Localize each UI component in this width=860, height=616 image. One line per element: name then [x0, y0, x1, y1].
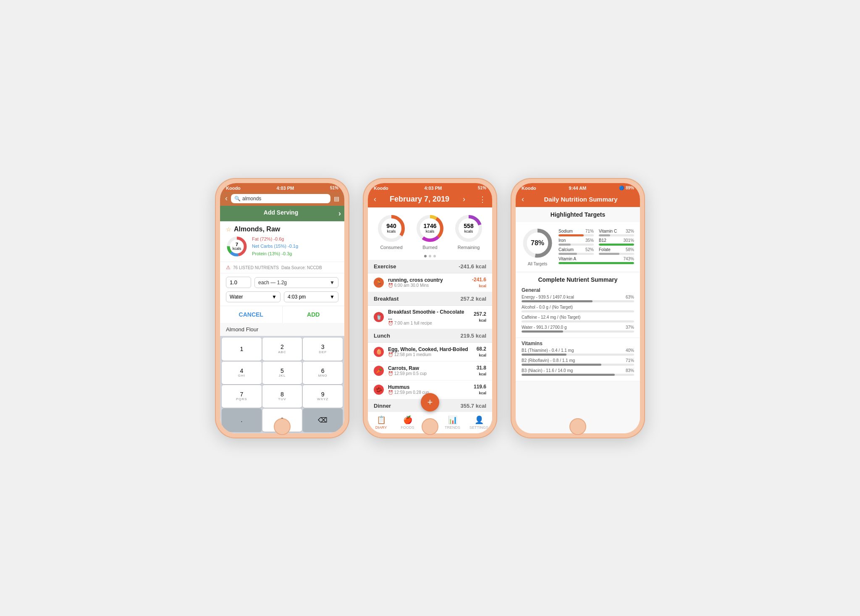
diary-item-egg[interactable]: 🥚 Egg, Whole, Cooked, Hard-Boiled ⏰ 12:5… [368, 343, 492, 362]
carrier-3: Koodo [522, 186, 536, 191]
diary-tab-icon: 📋 [377, 415, 386, 425]
food-icon-hummus: 🫘 [374, 385, 384, 395]
phone-2: Koodo 4:03 PM 51% ‹ February 7, 2019 › ⋮ [363, 178, 497, 438]
key-dot[interactable]: . [222, 409, 262, 431]
trends-tab-label: TRENDS [445, 425, 460, 430]
overall-donut: 78% [522, 227, 553, 259]
exercise-icon: 🏃 [374, 278, 384, 288]
food-icon-carrots: 🥕 [374, 366, 384, 376]
nutrient-b1: B1 (Thiamine) - 0.4 / 1.1 mg 40% [522, 348, 634, 356]
target-iron: Iron35% [558, 238, 594, 246]
action-row: CANCEL ADD [220, 306, 344, 323]
warning-icon: ⚠ [226, 265, 231, 270]
section-exercise: Exercise -241.6 kcal [368, 260, 492, 273]
key-7[interactable]: 7PQRS [222, 385, 262, 408]
target-sodium: Sodium71% [558, 229, 594, 236]
key-9[interactable]: 9WXYZ [303, 385, 343, 408]
key-6[interactable]: 6MNO [303, 362, 343, 384]
tab-foods[interactable]: 🍎 FOODS [394, 415, 421, 430]
target-b12: B12301% [599, 238, 634, 246]
settings-tab-icon: 👤 [475, 415, 484, 425]
add-entry-fab[interactable]: + [421, 393, 439, 412]
current-date: February 7, 2019 [390, 195, 449, 204]
foods-tab-label: FOODS [401, 425, 414, 430]
data-source: Data Source: NCCDB [281, 265, 322, 270]
key-delete[interactable]: ⌫ [303, 409, 343, 431]
battery-2: 51% [478, 186, 486, 190]
more-options-button[interactable]: ⋮ [479, 195, 486, 204]
nutrient-water: Water - 991.3 / 2700.0 g 37% [522, 325, 634, 333]
battery-3: 🔵 89% [619, 186, 634, 190]
food-name: Almonds, Raw [234, 225, 280, 233]
macro-donut: 7 kcals [226, 236, 248, 257]
diary-item-smoothie[interactable]: 🥤 Breakfast Smoothie - Chocolate ... ⏰ 7… [368, 306, 492, 329]
nutrients-label: 76 LISTED NUTRIENTS [233, 265, 279, 270]
home-button-1[interactable] [274, 418, 291, 435]
star-icon[interactable]: ☆ [226, 226, 231, 233]
key-2[interactable]: 2ABC [262, 338, 302, 360]
target-calcium: Calcium52% [558, 247, 594, 255]
diary-item-carrots[interactable]: 🥕 Carrots, Raw ⏰ 12:59 pm 0.5 cup 31.8kc… [368, 362, 492, 380]
add-button[interactable]: ADD [283, 306, 345, 323]
nutrient-b3: B3 (Niacin) - 11.6 / 14.0 mg 83% [522, 368, 634, 376]
food-icon-smoothie: 🥤 [374, 312, 384, 322]
nutrition-header: ‹ Daily Nutrition Summary [516, 191, 640, 207]
almond-flour-hint: Almond Flour [220, 323, 344, 336]
scene: Koodo 4:03 PM 51% ‹ 🔍 almonds ▤ Add Serv… [198, 161, 662, 455]
diary-header: ‹ February 7, 2019 › ⋮ [368, 191, 492, 207]
foods-tab-icon: 🍎 [403, 415, 412, 425]
tab-trends[interactable]: 📊 TRENDS [439, 415, 466, 430]
nutrition-title: Daily Nutrition Summary [527, 196, 634, 203]
key-4[interactable]: 4GHI [222, 362, 262, 384]
carrier-1: Koodo [226, 186, 241, 191]
target-vita: Vitamin A743% [558, 257, 634, 264]
meal-row: Water ▼ 4:03 pm ▼ [220, 291, 344, 306]
key-1[interactable]: 1 [222, 338, 262, 360]
highlighted-targets-title: Highlighted Targets [516, 207, 640, 220]
cancel-button[interactable]: CANCEL [220, 306, 283, 323]
time-3: 9:44 AM [569, 186, 587, 191]
settings-tab-label: SETTINGS [469, 425, 488, 430]
food-icon-egg: 🥚 [374, 347, 384, 357]
home-button-3[interactable] [569, 418, 586, 435]
trends-tab-icon: 📊 [448, 415, 457, 425]
key-3[interactable]: 3DEF [303, 338, 343, 360]
nutrient-caffeine: Caffeine - 12.4 mg / (No Target) [522, 315, 634, 322]
add-serving-banner: Add Serving › [220, 206, 344, 221]
status-bar-1: Koodo 4:03 PM 51% [220, 183, 344, 191]
category-general: General Energy - 939.5 / 1497.0 kcal 63%… [516, 285, 640, 338]
dot-2 [429, 255, 431, 257]
quantity-row: each — 1.2g ▼ [220, 273, 344, 291]
tab-settings[interactable]: 👤 SETTINGS [466, 415, 492, 430]
battery-1: 51% [330, 186, 338, 190]
search-bar[interactable]: 🔍 almonds [231, 194, 330, 203]
quantity-input[interactable] [226, 277, 251, 288]
barcode-icon[interactable]: ▤ [334, 195, 339, 202]
highlighted-targets-block: 78% All Targets Sodium71% Vit [516, 222, 640, 271]
unit-select[interactable]: each — 1.2g ▼ [254, 277, 338, 288]
prev-date-button[interactable]: ‹ [374, 195, 376, 204]
targets-grid: Sodium71% Vitamin C32% Iron35% [558, 229, 634, 264]
key-8[interactable]: 8TUV [262, 385, 302, 408]
all-targets-label: All Targets [522, 262, 553, 266]
diary-tab-label: DIARY [375, 425, 387, 430]
key-5[interactable]: 5JKL [262, 362, 302, 384]
back-button-3[interactable]: ‹ [522, 195, 524, 204]
meal-select[interactable]: Water ▼ [226, 291, 281, 302]
nutrient-energy: Energy - 939.5 / 1497.0 kcal 63% [522, 295, 634, 302]
time-1: 4:03 PM [277, 186, 294, 191]
home-button-2[interactable] [422, 418, 438, 435]
search-icon: 🔍 [234, 196, 241, 202]
back-button-1[interactable]: ‹ [225, 194, 228, 203]
burned-ring: 1746 kcals Burned [415, 213, 445, 250]
target-vitc: Vitamin C32% [599, 229, 634, 236]
section-lunch: Lunch 219.5 kcal [368, 329, 492, 343]
category-vitamins: Vitamins B1 (Thiamine) - 0.4 / 1.1 mg 40… [516, 338, 640, 381]
next-date-button[interactable]: › [463, 195, 465, 204]
carrier-2: Koodo [374, 186, 388, 191]
diary-item-running[interactable]: 🏃 running, cross country ⏰ 6:00 am 30.0 … [368, 273, 492, 292]
dot-3 [433, 255, 436, 257]
time-select[interactable]: 4:03 pm ▼ [284, 291, 338, 302]
tab-diary[interactable]: 📋 DIARY [368, 415, 394, 430]
food-card: ☆ Almonds, Raw [220, 221, 344, 262]
